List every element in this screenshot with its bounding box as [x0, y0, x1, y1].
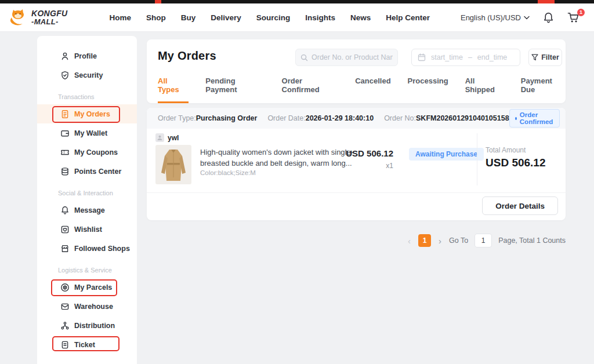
sidebar-item-label: Points Center: [74, 168, 121, 176]
nav-item-sourcing[interactable]: Sourcing: [256, 13, 291, 22]
logo-text: KONGFU -MALL-: [31, 9, 67, 26]
sidebar-item-label: My Wallet: [74, 129, 107, 137]
order-details-button[interactable]: Order Details: [482, 196, 558, 215]
status-badge-label: Order Confirmed: [520, 111, 554, 125]
sidebar-item-label: Message: [74, 206, 105, 214]
sidebar-item-message[interactable]: Message: [37, 201, 137, 220]
search-input[interactable]: [312, 53, 393, 61]
filter-label: Filter: [541, 53, 559, 61]
sidebar-item-ticket[interactable]: Ticket: [37, 335, 137, 354]
tab-order-confirmed[interactable]: Order Confirmed: [282, 77, 339, 103]
date-end-placeholder: end_time: [477, 53, 507, 61]
locale-label: English (US)/USD: [461, 13, 521, 22]
notifications-button[interactable]: [544, 12, 553, 23]
sidebar-item-my-orders[interactable]: My Orders: [37, 104, 137, 123]
nav-item-home[interactable]: Home: [109, 13, 131, 22]
sidebar-section-transactions: Transactions: [37, 89, 137, 104]
bell-icon: [60, 206, 70, 215]
nav-item-help-center[interactable]: Help Center: [386, 13, 430, 22]
order-meta-order-no: Order No:SKFM202601291040105158: [384, 114, 509, 122]
sidebar-item-followed-shops[interactable]: Followed Shops: [37, 239, 137, 258]
meta-value: 2026-01-29 18:40:10: [306, 114, 374, 122]
sidebar-item-label: My Coupons: [74, 148, 118, 156]
vertical-divider: [477, 133, 477, 185]
buyer-avatar: [155, 133, 164, 142]
next-page-button[interactable]: ›: [437, 236, 443, 245]
top-header: KONGFU -MALL- HomeShopBuyDeliverySourcin…: [0, 3, 594, 32]
order-card: Order Type:Purchasing OrderOrder Date:20…: [147, 108, 566, 220]
product-price: USD 506.12: [338, 148, 393, 158]
sidebar-item-profile[interactable]: Profile: [37, 46, 137, 65]
logo[interactable]: KONGFU -MALL-: [8, 9, 67, 26]
nav-item-buy[interactable]: Buy: [181, 13, 196, 22]
locale-selector[interactable]: English (US)/USD: [461, 13, 530, 22]
page-title: My Orders: [158, 49, 216, 63]
prev-page-button[interactable]: ‹: [407, 236, 412, 245]
meta-value: Purchasing Order: [196, 114, 258, 122]
tab-pending-payment[interactable]: Pending Payment: [205, 77, 265, 103]
sidebar-item-label: My Parcels: [74, 283, 112, 292]
store-icon: [60, 244, 70, 253]
total-amount-value: USD 506.12: [486, 156, 546, 169]
coupon-icon: [60, 148, 70, 157]
date-range-input[interactable]: start_time – end_time: [411, 49, 520, 66]
sidebar-menu: ProfileSecurityTransactionsMy OrdersMy W…: [37, 36, 137, 364]
pagination: ‹ 1 › Go To Page, Total 1 Counts: [407, 233, 566, 248]
tab-processing[interactable]: Processing: [408, 77, 448, 103]
sidebar-item-distribution[interactable]: Distribution: [37, 316, 137, 335]
tab-payment-due[interactable]: Payment Due: [521, 77, 566, 103]
sidebar-item-label: Security: [74, 71, 103, 79]
main-nav: HomeShopBuyDeliverySourcingInsightsNewsH…: [109, 13, 430, 22]
tab-all-types[interactable]: All Types: [158, 77, 189, 103]
goto-label: Go To: [449, 236, 468, 245]
buyer-name: ywl: [168, 134, 179, 142]
sidebar-item-label: Followed Shops: [74, 245, 130, 253]
tab-all-shipped[interactable]: All Shipped: [465, 77, 504, 103]
orders-header-card: My Orders start_time – end_time Filter A…: [147, 39, 566, 103]
sidebar-item-points-center[interactable]: Points Center: [37, 162, 137, 181]
order-search: [295, 49, 398, 66]
sidebar-item-warehouse[interactable]: Warehouse: [37, 297, 137, 316]
cart-button[interactable]: 1: [567, 12, 580, 23]
filter-funnel-icon: [531, 54, 538, 61]
current-page-button[interactable]: 1: [418, 234, 431, 247]
sidebar-section-social-interaction: Social & Interaction: [37, 185, 137, 201]
tab-cancelled[interactable]: Cancelled: [355, 77, 390, 103]
sidebar-item-security[interactable]: Security: [37, 65, 137, 85]
cart-count-badge: 1: [577, 9, 585, 16]
sidebar-item-label: Warehouse: [74, 303, 113, 311]
product-spec: Color:black;Size:M: [200, 169, 256, 176]
pagination-summary: Page, Total 1 Counts: [498, 236, 566, 245]
goto-page-input[interactable]: [475, 234, 492, 247]
points-icon: [60, 167, 70, 176]
nav-item-delivery[interactable]: Delivery: [211, 13, 241, 22]
shield-icon: [60, 71, 70, 80]
sidebar-item-my-wallet[interactable]: My Wallet: [37, 123, 137, 143]
date-separator: –: [468, 53, 472, 61]
sidebar-item-wishlist[interactable]: Wishlist: [37, 220, 137, 239]
order-meta: Order Type:Purchasing OrderOrder Date:20…: [158, 114, 509, 122]
wallet-icon: [60, 129, 70, 138]
nav-item-insights[interactable]: Insights: [305, 13, 335, 22]
product-title[interactable]: High-quality women's down jacket with si…: [200, 147, 358, 169]
product-image[interactable]: [155, 145, 191, 184]
nav-item-news[interactable]: News: [350, 13, 371, 22]
wishlist-icon: [60, 225, 70, 234]
sidebar-section-logistics-service: Logistics & Service: [37, 263, 137, 278]
chevron-down-icon: [524, 16, 530, 20]
meta-label: Order Type:: [158, 114, 196, 122]
warehouse-icon: [60, 302, 70, 311]
status-dot-icon: [515, 117, 517, 120]
filter-button[interactable]: Filter: [528, 49, 562, 66]
meta-value: SKFM202601291040105158: [416, 114, 509, 122]
sidebar-item-my-parcels[interactable]: My Parcels: [37, 278, 137, 297]
meta-label: Order Date:: [267, 114, 305, 122]
sidebar-item-label: Distribution: [74, 322, 115, 330]
product-quantity: x1: [338, 162, 393, 170]
nav-item-shop[interactable]: Shop: [146, 13, 166, 22]
search-icon: [300, 54, 308, 61]
ticket-icon: [60, 340, 70, 350]
calendar-icon: [418, 53, 426, 61]
sidebar-item-my-coupons[interactable]: My Coupons: [37, 143, 137, 162]
order-meta-order-date: Order Date:2026-01-29 18:40:10: [267, 114, 374, 122]
